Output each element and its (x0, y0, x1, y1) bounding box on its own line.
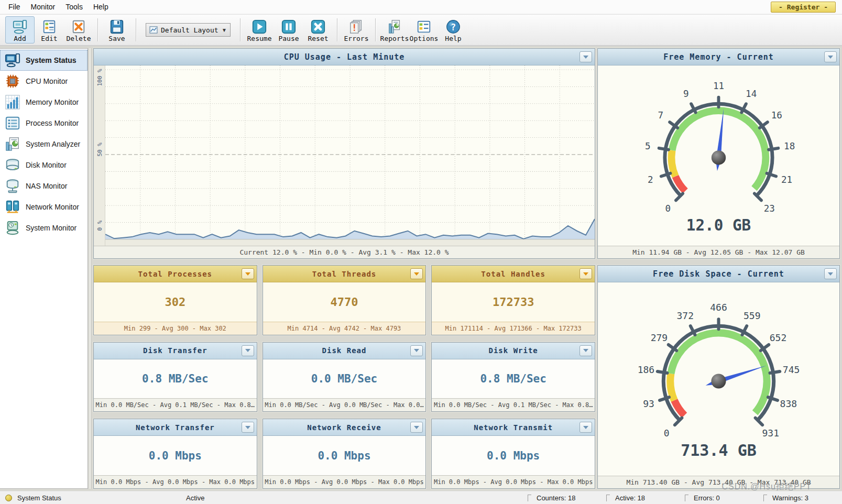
toolbar-button-label: Resume (247, 35, 272, 42)
sidebar-item-network-monitor[interactable]: Network Monitor (0, 196, 88, 217)
menu-bar: File Monitor Tools Help - Register - (0, 0, 842, 14)
tile-menu-button[interactable] (410, 422, 423, 433)
tile-body: 0.8 MB/Sec (432, 359, 595, 399)
tile-value: 0.0 Mbps (318, 450, 370, 462)
sidebar-item-nas-monitor[interactable]: NAS Monitor (0, 176, 88, 196)
statusbar-active: Active: 18 (615, 494, 645, 502)
tile-summary: Min 0.0 Mbps - Avg 0.0 Mbps - Max 0.0 Mb… (94, 475, 257, 488)
free-memory-panel: Free Memory - Current 025791114161821231… (597, 48, 840, 259)
chevron-down-icon (583, 272, 588, 276)
tile-title: Total Processes (138, 270, 212, 278)
system-analyzer-icon (5, 136, 20, 152)
tile-menu-button[interactable] (410, 268, 423, 279)
tile-menu-button[interactable] (242, 422, 254, 433)
pause-icon (281, 19, 297, 35)
toolbar-button-label: Help (445, 35, 461, 42)
tile-menu-button[interactable] (410, 345, 423, 356)
svg-text:652: 652 (770, 332, 787, 343)
menu-item-tools[interactable]: Tools (60, 1, 88, 13)
reports-pages-icon (387, 19, 402, 35)
menu-item-file[interactable]: File (3, 1, 26, 13)
reports-button[interactable]: Reports (380, 16, 409, 43)
sidebar-splitter[interactable] (88, 48, 92, 489)
tile-disk-transfer: Disk Transfer0.8 MB/SecMin 0.0 MB/Sec - … (93, 342, 257, 412)
free-disk-space-gauge: 093186279372466559652745838931713.4 GB (598, 282, 839, 476)
status-bar: System Status Active Counters: 18 Active… (0, 491, 842, 504)
memory-monitor-icon (5, 94, 20, 110)
sidebar-item-disk-monitor[interactable]: Disk Monitor (0, 155, 88, 176)
resume-button[interactable]: Resume (245, 16, 274, 43)
svg-text:93: 93 (643, 398, 654, 409)
tile-menu-button[interactable] (579, 422, 592, 433)
sidebar-item-label: NAS Monitor (26, 182, 67, 190)
layout-dropdown[interactable]: Default Layout▼ (146, 23, 231, 37)
toolbar-group: ReportsOptions?Help (377, 16, 471, 43)
tile-total-processes: Total Processes302Min 299 - Avg 300 - Ma… (93, 265, 257, 335)
cpu-panel-menu-button[interactable] (579, 51, 592, 62)
system-status-icon (5, 52, 20, 68)
errors-button[interactable]: !Errors (342, 16, 371, 43)
options-button[interactable]: Options (409, 16, 439, 43)
tile-header: Disk Read (263, 343, 426, 359)
sidebar-item-label: Process Monitor (26, 119, 79, 127)
toolbar-separator (375, 18, 376, 41)
tile-body: 172733 (432, 282, 595, 322)
reset-button[interactable]: Reset (303, 16, 333, 43)
sidebar-item-system-monitor[interactable]: System Monitor (0, 217, 88, 238)
svg-text:14: 14 (746, 89, 757, 99)
tile-value: 0.0 MB/Sec (311, 372, 377, 385)
svg-text:21: 21 (781, 174, 792, 185)
sidebar-item-cpu-monitor[interactable]: CPU Monitor (0, 71, 88, 92)
tile-menu-button[interactable] (242, 268, 254, 279)
svg-text:931: 931 (762, 428, 779, 439)
delete-button[interactable]: Delete (64, 16, 93, 43)
tile-menu-button[interactable] (579, 345, 592, 356)
tile-summary: Min 171114 - Avg 171366 - Max 172733 (432, 322, 595, 335)
help-button[interactable]: ?Help (439, 16, 468, 43)
toolbar-separator (240, 18, 240, 41)
menu-item-monitor[interactable]: Monitor (26, 1, 61, 13)
toolbar-group: ResumePauseReset (242, 16, 336, 43)
tile-body: 0.0 MB/Sec (263, 359, 426, 399)
nas-monitor-icon (5, 178, 20, 194)
free-memory-panel-header: Free Memory - Current (598, 49, 839, 65)
register-button[interactable]: - Register - (771, 2, 836, 13)
edit-button[interactable]: Edit (35, 16, 64, 43)
free-memory-panel-menu-button[interactable] (824, 51, 837, 62)
statusbar-errors: Errors: 0 (694, 494, 720, 502)
delete-x-icon (71, 19, 86, 35)
sidebar-item-memory-monitor[interactable]: Memory Monitor (0, 92, 88, 113)
y-axis-label-100: 100 % (96, 77, 103, 86)
free-disk-space-panel: Free Disk Space - Current 09318627937246… (597, 265, 840, 489)
toolbar-group: AddEditDelete (2, 16, 96, 43)
disk-monitor-icon (5, 157, 20, 173)
errors-pages-icon: ! (348, 19, 364, 35)
chevron-down-icon (828, 272, 833, 276)
tile-body: 302 (94, 282, 257, 322)
svg-text:16: 16 (771, 110, 782, 120)
add-button[interactable]: Add (5, 16, 35, 43)
toolbar-button-label: Add (14, 35, 26, 42)
tile-summary: Min 0.0 Mbps - Avg 0.0 Mbps - Max 0.0 Mb… (263, 475, 426, 488)
menu-item-help[interactable]: Help (88, 1, 114, 13)
sidebar-item-system-status[interactable]: System Status (0, 50, 88, 71)
svg-text:18: 18 (784, 141, 795, 151)
sidebar-item-system-analyzer[interactable]: System Analyzer (0, 134, 88, 155)
statusbar-counters: Counters: 18 (537, 494, 575, 502)
free-disk-space-panel-title: Free Disk Space - Current (653, 269, 784, 279)
options-list-icon (416, 19, 432, 35)
tile-disk-read: Disk Read0.0 MB/SecMin 0.0 MB/Sec - Avg … (263, 342, 427, 412)
tile-menu-button[interactable] (579, 268, 592, 279)
layout-chart-icon (149, 26, 158, 34)
tile-menu-button[interactable] (242, 345, 254, 356)
sidebar: System StatusCPU MonitorMemory MonitorPr… (0, 48, 88, 489)
sidebar-item-label: Disk Monitor (26, 161, 67, 169)
save-button[interactable]: Save (102, 16, 132, 43)
tile-summary: Min 0.0 MB/Sec - Avg 0.1 MB/Sec - Max 0.… (94, 398, 257, 411)
help-question-icon: ? (445, 19, 461, 35)
pause-button[interactable]: Pause (274, 16, 303, 43)
chevron-down-icon (583, 349, 588, 352)
svg-text:559: 559 (743, 310, 761, 321)
free-disk-space-panel-menu-button[interactable] (824, 268, 837, 279)
sidebar-item-process-monitor[interactable]: Process Monitor (0, 113, 88, 134)
